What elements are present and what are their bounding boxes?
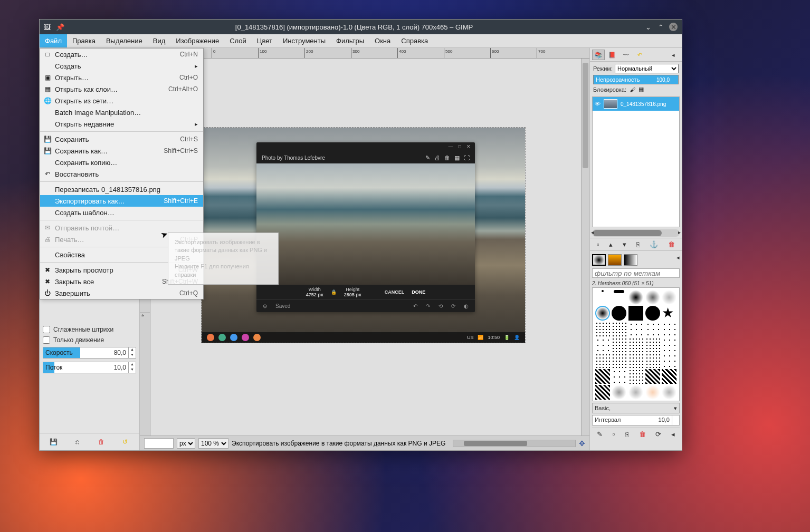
layer-hscroll[interactable]: ◂▸ [592,229,680,237]
brush-preset-select[interactable]: Basic,▾ [592,403,680,413]
only-motion-checkbox[interactable] [43,336,50,344]
zoom-select[interactable]: 100 % [198,438,228,449]
anchor-layer-icon[interactable]: ⚓ [650,240,658,248]
gradient-preview[interactable] [624,254,637,266]
pin-icon[interactable]: 📌 [56,23,64,31]
minimize-button[interactable]: ⌄ [644,23,652,31]
lock-pixels-icon[interactable]: 🖌 [630,86,635,93]
speed-spin[interactable]: ▲▼ [128,347,136,358]
tab-layers-icon[interactable]: 📚 [592,50,605,60]
brush-edit-icon[interactable]: ✎ [597,430,603,438]
vertical-scrollbar[interactable] [581,59,589,436]
brush-preview[interactable] [592,254,606,266]
menu-edit[interactable]: Правка [67,34,101,47]
brush-del-icon[interactable]: 🗑 [639,430,646,438]
menu-item-завершить[interactable]: ⏻ЗавершитьCtrl+Q [40,287,203,299]
layer-name[interactable]: 0_1481357816.png [621,101,677,107]
edit-icon: ✎ [425,154,430,161]
menu-windows[interactable]: Окна [369,34,396,47]
right-dock: 📚 📕 〰 ↶ ◂ Режим: Нормальный Непрозрачнос… [589,48,682,450]
unit-select[interactable]: px [177,438,195,449]
brush-refresh-icon[interactable]: ⟳ [655,430,661,438]
menu-item-batch-image-manipulation-[interactable]: Batch Image Manipulation… [40,107,203,118]
menu-filters[interactable]: Фильтры [331,34,369,47]
menu-item-создать[interactable]: Создать▸ [40,60,203,72]
only-motion-option[interactable]: Только движение [40,335,139,345]
horizontal-scrollbar[interactable] [453,440,576,447]
navigate-icon[interactable]: ✥ [579,439,585,448]
flow-slider[interactable]: Поток 10,0 ▲▼ [43,362,136,373]
maximize-button[interactable]: ⌃ [656,23,665,31]
brush-new-icon[interactable]: ▫ [613,430,615,438]
menu-item-открыть-как-слои-[interactable]: ▦Открыть как слои…Ctrl+Alt+O [40,83,203,95]
brush-open-icon[interactable]: ◂ [671,430,675,438]
menu-item-открыть-недавние[interactable]: Открыть недавние▸ [40,118,203,130]
lower-layer-icon[interactable]: ▾ [623,240,626,248]
menu-item-отправить-почтой-[interactable]: ✉Отправить почтой… [40,222,203,234]
lock-alpha-icon[interactable]: ▦ [639,86,644,93]
menu-image[interactable]: Изображение [170,34,224,47]
delete-preset-icon[interactable]: 🗑 [96,437,107,447]
menu-tools[interactable]: Инструменты [278,34,331,47]
close-button[interactable]: ✕ [669,23,678,31]
menu-item-сохранить[interactable]: 💾СохранитьCtrl+S [40,133,203,145]
menu-help[interactable]: Справка [396,34,433,47]
menu-file[interactable]: Файл [40,34,67,47]
menu-item-перезаписать-0-1481357816-png[interactable]: Перезаписать 0_1481357816.png [40,183,203,195]
save-preset-icon[interactable]: 💾 [49,437,59,447]
menu-layer[interactable]: Слой [224,34,252,47]
overlay-min-icon: — [449,144,453,150]
status-bar: px 100 % Экспортировать изображение в та… [140,436,589,450]
grid-icon: ▦ [454,154,460,161]
blend-mode-select[interactable]: Нормальный [615,64,679,73]
delete-layer-icon[interactable]: 🗑 [668,240,675,248]
menubar: Файл Правка Выделение Вид Изображение Сл… [40,34,682,48]
restore-preset-icon[interactable]: ⎌ [72,437,83,447]
fullscreen-icon: ⛶ [464,154,470,161]
tab-menu-icon[interactable]: ◂ [667,50,680,60]
smooth-strokes-checkbox[interactable] [43,326,50,333]
smooth-strokes-option[interactable]: Сглаженные штрихи [40,324,139,335]
window-title: [0_1481357816] (импортировано)-1.0 (Цвет… [64,23,644,31]
speed-slider[interactable]: Скорость 80,0 ▲▼ [43,347,136,359]
opacity-slider[interactable]: Непрозрачность 100,0 [593,75,679,84]
brush-filter-input[interactable] [592,268,680,278]
visibility-icon[interactable]: 👁 [595,101,601,107]
menu-item-создать-[interactable]: □Создать…Ctrl+N [40,49,203,60]
brush-grid[interactable]: ★ [592,287,680,401]
menu-item-создать-шаблон-[interactable]: Создать шаблон… [40,207,203,218]
reset-preset-icon[interactable]: ↺ [120,437,130,447]
delete-icon: 🗑 [444,154,450,161]
titlebar[interactable]: 🖼 📌 [0_1481357816] (импортировано)-1.0 (… [40,20,682,34]
pattern-preview[interactable] [608,254,622,266]
layer-list[interactable]: 👁 0_1481357816.png [592,96,680,227]
embedded-app-overlay: — □ ✕ Photo by Thomas Lefebvre ✎ 🖨 🗑 ▦ [256,142,475,312]
menu-select[interactable]: Выделение [101,34,148,47]
flow-spin[interactable]: ▲▼ [128,362,136,373]
overlay-close-icon: ✕ [466,144,471,150]
menu-item-открыть-из-сети-[interactable]: 🌐Открыть из сети… [40,95,203,107]
raise-layer-icon[interactable]: ▴ [609,240,613,248]
brush-dup-icon[interactable]: ⎘ [625,430,629,438]
brush-interval[interactable]: Интервал 10,0 [592,415,680,425]
menu-item-экспортировать-как-[interactable]: Экспортировать как…Shift+Ctrl+E [40,195,203,207]
print-icon: 🖨 [434,154,440,161]
horizontal-ruler[interactable]: 0 100 200 300 400 500 600 700 [161,48,589,59]
menu-color[interactable]: Цвет [252,34,278,47]
overlay-max-icon: □ [459,144,461,150]
overlay-cancel: CANCEL [385,289,405,295]
duplicate-layer-icon[interactable]: ⎘ [636,240,640,248]
app-icon: 🖼 [44,23,51,31]
menu-item-открыть-[interactable]: ▣Открыть…Ctrl+O [40,72,203,83]
layer-item[interactable]: 👁 0_1481357816.png [593,97,679,111]
menu-item-сохранить-копию-[interactable]: Сохранить копию… [40,157,203,168]
menu-item-восстановить[interactable]: ↶Восстановить [40,168,203,180]
tab-paths-icon[interactable]: 〰 [620,50,632,60]
new-layer-icon[interactable]: ▫ [597,240,599,248]
tab-channels-icon[interactable]: 📕 [606,50,618,60]
mode-label: Режим: [593,65,613,72]
menu-item-сохранить-как-[interactable]: 💾Сохранить как…Shift+Ctrl+S [40,145,203,157]
tab-undo-icon[interactable]: ↶ [633,50,646,60]
brush-tab-menu[interactable]: ◂ [676,254,680,266]
menu-view[interactable]: Вид [148,34,171,47]
